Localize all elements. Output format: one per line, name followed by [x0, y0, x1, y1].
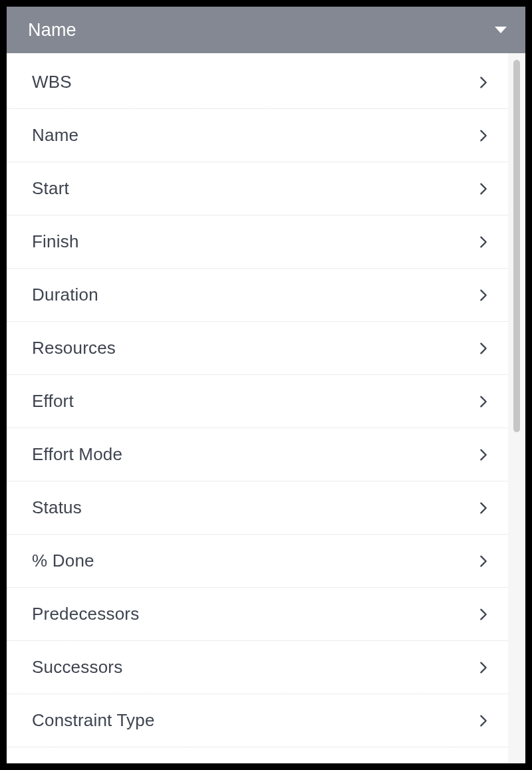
- columns-list: WBS Name Start Finish: [7, 53, 508, 763]
- chevron-right-icon: [476, 394, 491, 409]
- column-item-label: Finish: [32, 231, 79, 252]
- chevron-right-icon: [476, 182, 491, 196]
- column-item-effort-mode[interactable]: Effort Mode: [7, 428, 508, 481]
- scrollbar-thumb[interactable]: [513, 60, 520, 432]
- column-item-start[interactable]: Start: [7, 162, 508, 215]
- column-item-label: Predecessors: [32, 604, 139, 624]
- column-item-wbs[interactable]: WBS: [7, 56, 508, 109]
- scrollbar-track[interactable]: [508, 53, 525, 763]
- column-item-label: Effort Mode: [32, 444, 122, 465]
- chevron-right-icon: [476, 235, 491, 249]
- column-item-label: Constraint Type: [32, 710, 155, 731]
- header-title: Name: [28, 20, 76, 41]
- chevron-right-icon: [476, 660, 491, 675]
- column-item-duration[interactable]: Duration: [7, 269, 508, 322]
- column-item-label: Effort: [32, 391, 74, 412]
- column-item-label: Name: [32, 125, 78, 146]
- column-item-successors[interactable]: Successors: [7, 641, 508, 694]
- column-item-status[interactable]: Status: [7, 481, 508, 535]
- chevron-right-icon: [476, 448, 491, 462]
- chevron-right-icon: [476, 501, 491, 515]
- column-item-label: Successors: [32, 657, 122, 678]
- chevron-right-icon: [476, 713, 491, 728]
- column-item-label: % Done: [32, 551, 94, 571]
- column-item-label: Status: [32, 497, 82, 518]
- column-item-label: WBS: [32, 72, 72, 92]
- column-item-name[interactable]: Name: [7, 109, 508, 162]
- column-item-percent-done[interactable]: % Done: [7, 535, 508, 588]
- chevron-right-icon: [476, 554, 491, 569]
- panel-body: WBS Name Start Finish: [7, 53, 525, 763]
- dropdown-triangle-icon: [495, 27, 507, 33]
- column-picker-panel: Name WBS Name Start: [7, 7, 525, 763]
- chevron-right-icon: [476, 75, 491, 90]
- column-item-effort[interactable]: Effort: [7, 375, 508, 428]
- chevron-right-icon: [476, 607, 491, 622]
- column-item-resources[interactable]: Resources: [7, 322, 508, 375]
- chevron-right-icon: [476, 341, 491, 356]
- column-item-label: Start: [32, 178, 69, 199]
- chevron-right-icon: [476, 288, 491, 303]
- column-item-constraint-type[interactable]: Constraint Type: [7, 694, 508, 747]
- column-item-predecessors[interactable]: Predecessors: [7, 588, 508, 641]
- column-item-label: Duration: [32, 285, 98, 305]
- column-item-finish[interactable]: Finish: [7, 215, 508, 269]
- header-bar[interactable]: Name: [7, 7, 525, 53]
- chevron-right-icon: [476, 128, 491, 143]
- column-item-label: Resources: [32, 338, 116, 358]
